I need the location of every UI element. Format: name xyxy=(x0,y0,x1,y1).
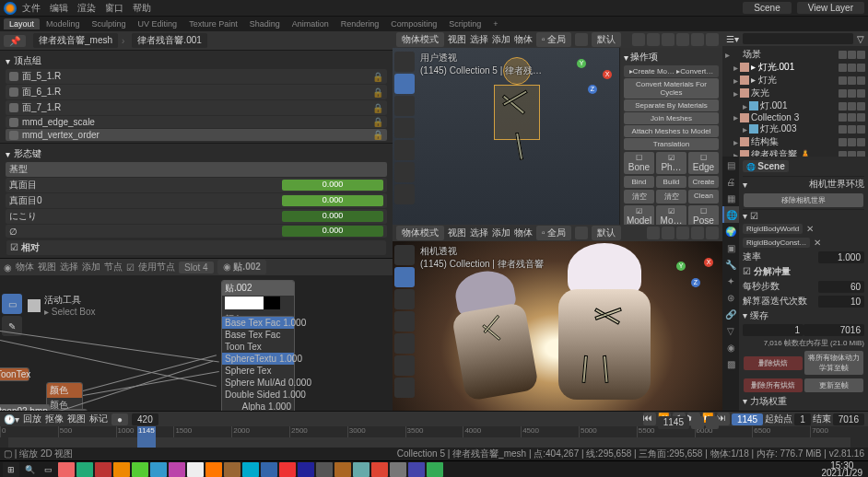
steps-field[interactable]: 60 xyxy=(818,281,864,293)
rbw-remove[interactable]: ✕ xyxy=(804,224,815,234)
cache-end[interactable]: 7016 xyxy=(803,324,864,336)
np-ph[interactable]: ☑ Ph… xyxy=(656,152,686,174)
update-to-frame-btn[interactable]: 更新至帧 xyxy=(804,378,863,392)
np-bind[interactable]: Bind xyxy=(624,176,654,188)
shading-solid-icon[interactable] xyxy=(676,33,689,46)
scene-chip[interactable]: 🌐 Scene xyxy=(743,160,789,172)
transform-tool[interactable] xyxy=(394,140,415,160)
speed-field[interactable]: 1.000 xyxy=(818,251,864,263)
menu-edit[interactable]: 编辑 xyxy=(50,2,68,15)
use-nodes-check[interactable]: 使用节点 xyxy=(138,261,175,273)
delete-all-bake-btn[interactable]: 删除所有烘焙 xyxy=(744,378,803,392)
tb-app18[interactable] xyxy=(390,462,406,477)
np-pose[interactable]: ☐ Pose xyxy=(688,205,719,225)
camera-icon[interactable] xyxy=(691,416,704,429)
pt-output-icon[interactable]: 🖨 xyxy=(722,173,739,190)
snap-icon[interactable] xyxy=(575,227,588,239)
lock-camera-icon[interactable] xyxy=(706,416,719,429)
tb-app10[interactable] xyxy=(242,462,259,477)
np-separate[interactable]: Separate By Materials xyxy=(624,99,719,111)
sk-item[interactable]: 基型 xyxy=(6,162,387,177)
overlay-icon[interactable] xyxy=(632,33,645,46)
measure-tool[interactable] xyxy=(394,184,415,204)
vg-item[interactable]: 面_6_1.R🔒 xyxy=(6,85,387,99)
current-frame[interactable]: 1145 xyxy=(732,413,763,425)
cursor-tool[interactable] xyxy=(394,52,415,72)
tb-app15[interactable] xyxy=(334,462,351,477)
tb-app12[interactable] xyxy=(279,462,296,477)
outliner-item[interactable]: ▸灯.001 xyxy=(724,99,866,112)
np-model[interactable]: ☑ Model xyxy=(624,205,654,225)
np-clear2[interactable]: 清空 xyxy=(656,190,686,204)
vg-item[interactable]: mmd_edge_scale🔒 xyxy=(6,116,387,128)
tb-app14[interactable] xyxy=(316,462,333,477)
vp-menu-view[interactable]: 视图 xyxy=(448,33,466,46)
vp-menu-select[interactable]: 选择 xyxy=(470,33,488,46)
cache-start[interactable]: 1 xyxy=(743,324,803,336)
ws-add[interactable]: + xyxy=(487,18,503,29)
mode-selector[interactable]: 物体模式 xyxy=(396,32,444,47)
frame-jump-val[interactable]: 420 xyxy=(132,413,158,425)
np-clean[interactable]: Clean xyxy=(688,190,719,204)
ws-anim[interactable]: Animation xyxy=(287,18,334,29)
sk-item[interactable]: 真面目0.000 xyxy=(6,178,387,192)
props-mesh-name[interactable]: 律者残音響.001 xyxy=(132,33,206,48)
ws-texpaint[interactable]: Texture Paint xyxy=(183,18,243,29)
tl-menu-keying[interactable]: 抠像 xyxy=(45,413,64,425)
ws-script[interactable]: Scripting xyxy=(443,18,487,29)
pt-render-icon[interactable]: ▤ xyxy=(722,157,739,173)
np-join[interactable]: Join Meshes xyxy=(624,112,719,124)
move-tool[interactable] xyxy=(394,74,415,94)
pt-particle-icon[interactable]: ✦ xyxy=(722,273,739,289)
pt-texture-icon[interactable]: ▩ xyxy=(722,355,739,372)
tl-mode-icon[interactable]: 🕐▾ xyxy=(4,414,19,425)
field-weights-section[interactable]: ▾ 力场权重 xyxy=(743,394,864,409)
np-create-convert[interactable]: ▸Create Mo… ▸Convert… xyxy=(624,65,719,77)
tb-app16[interactable] xyxy=(353,462,369,477)
ol-search[interactable] xyxy=(743,33,853,44)
snap-icon[interactable] xyxy=(575,33,588,46)
viewport-bottom[interactable]: 物体模式 视图 选择 添加 物体 ▫ 全局 默认 相 xyxy=(393,225,722,431)
xray-icon[interactable] xyxy=(647,33,660,46)
sk-item[interactable]: 真面目00.000 xyxy=(6,193,387,208)
ne-mode-icon[interactable]: ◉ xyxy=(4,262,12,273)
nav-gizmo-b[interactable]: X Y Z xyxy=(673,249,713,289)
pt-object-icon[interactable]: ▣ xyxy=(722,239,739,256)
pt-modifier-icon[interactable]: 🔧 xyxy=(722,256,739,273)
props-object-name[interactable]: 律者残音響_mesh xyxy=(33,33,118,48)
shading-render-icon[interactable] xyxy=(706,33,719,46)
pt-data-icon[interactable]: ▽ xyxy=(722,322,739,339)
ws-layout[interactable]: Layout xyxy=(4,18,40,29)
ws-uv[interactable]: UV Editing xyxy=(133,18,183,29)
texture-selector[interactable]: ◉ 贴.002 xyxy=(217,260,266,274)
scale-tool[interactable] xyxy=(394,118,415,138)
tb-app7[interactable] xyxy=(169,462,185,477)
ws-render[interactable]: Rendering xyxy=(335,18,385,29)
viewlayer-selector[interactable]: View Layer xyxy=(797,2,864,14)
pt-world-icon[interactable]: 🌍 xyxy=(722,223,739,239)
tb-app19[interactable] xyxy=(408,462,425,477)
vg-item[interactable]: 面_7_1.R🔒 xyxy=(6,100,387,115)
system-clock[interactable]: 15:30 2021/1/29 xyxy=(818,462,867,477)
lock-icon[interactable]: 🔒 xyxy=(372,72,383,82)
jump-start-icon[interactable]: ⏮ xyxy=(643,413,656,425)
tl-menu-playback[interactable]: 回放 xyxy=(23,413,41,425)
rbw-chip[interactable]: RigidBodyWorld xyxy=(743,224,803,234)
pt-physics-icon[interactable]: ⊛ xyxy=(722,289,739,306)
vg-item[interactable]: 面_5_1.R🔒 xyxy=(6,69,387,84)
end-frame[interactable]: 7016 xyxy=(833,413,864,425)
sk-item[interactable]: にこり0.000 xyxy=(6,209,387,224)
tb-app4[interactable] xyxy=(113,462,130,477)
vp-menu-add[interactable]: 添加 xyxy=(492,33,510,46)
np-attach[interactable]: Attach Meshes to Model xyxy=(624,125,719,137)
outliner-item[interactable]: ▸Collection 3 xyxy=(724,112,866,122)
np-translate[interactable]: Translation xyxy=(624,138,719,150)
default-pivot[interactable]: 默认 xyxy=(592,32,621,47)
pt-constraint-icon[interactable]: 🔗 xyxy=(722,306,739,322)
ne-menu-select[interactable]: 选择 xyxy=(60,261,78,273)
tb-blender[interactable] xyxy=(205,462,222,477)
tb-app3[interactable] xyxy=(95,462,111,477)
np-motion[interactable]: ☑ Mo… xyxy=(656,205,686,225)
slot-selector[interactable]: Slot 4 xyxy=(179,262,214,273)
np-edge[interactable]: ☐ Edge xyxy=(688,152,719,174)
